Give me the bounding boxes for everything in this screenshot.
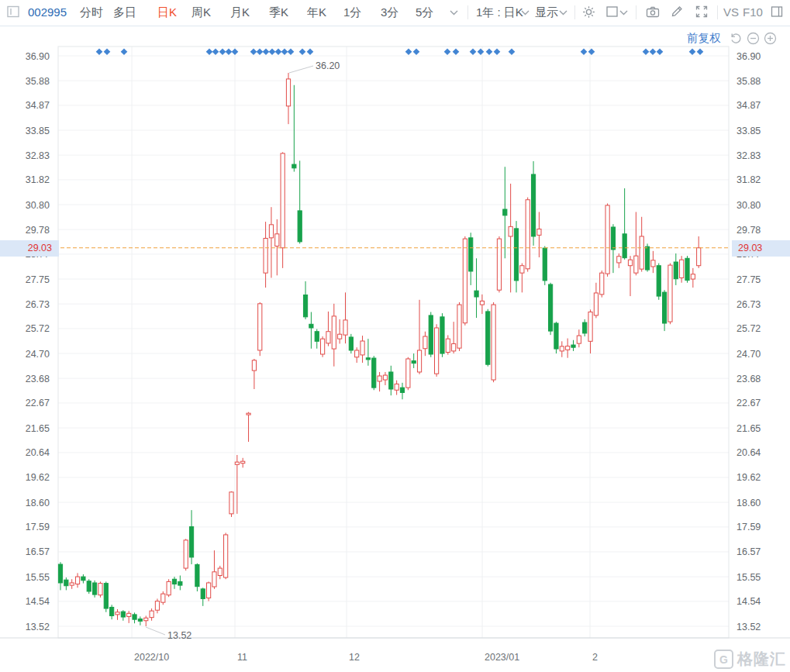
- undo-icon[interactable]: [730, 32, 743, 45]
- candle: [537, 212, 541, 257]
- y-axis-label: 30.80: [26, 200, 50, 211]
- fullscreen-icon[interactable]: [695, 5, 709, 19]
- tab-1min[interactable]: 1分: [343, 5, 361, 20]
- chevron-down-icon[interactable]: [450, 10, 458, 16]
- y-axis-label: 25.72: [737, 323, 761, 334]
- event-marker-icon[interactable]: [509, 49, 516, 56]
- candle: [668, 264, 672, 325]
- candle-body: [178, 581, 182, 585]
- event-marker-icon[interactable]: [281, 49, 288, 56]
- vs-button[interactable]: VS: [723, 5, 739, 19]
- candle: [172, 577, 176, 589]
- tab-daily-k[interactable]: 日K: [157, 5, 177, 20]
- y-axis-label: 19.62: [26, 472, 50, 483]
- f10-button[interactable]: F10: [743, 5, 763, 19]
- candle-body: [58, 564, 62, 583]
- candle-body: [110, 607, 114, 615]
- candle-body: [303, 295, 307, 317]
- event-marker-icon[interactable]: [478, 49, 485, 56]
- event-marker-icon[interactable]: [643, 49, 650, 56]
- y-axis-label: 16.57: [26, 546, 50, 557]
- event-marker-icon[interactable]: [263, 49, 270, 56]
- candle: [685, 256, 689, 283]
- candle-body: [361, 341, 364, 355]
- candle-body: [389, 372, 393, 389]
- candle-body: [680, 260, 684, 277]
- event-marker-icon[interactable]: [212, 49, 219, 56]
- tab-weekly-k[interactable]: 周K: [191, 5, 211, 20]
- sidebar-toggle-icon[interactable]: [6, 5, 20, 19]
- candle-body: [98, 584, 102, 595]
- candle: [218, 566, 222, 579]
- event-marker-icon[interactable]: [121, 49, 128, 56]
- display-menu[interactable]: 显示: [535, 5, 558, 20]
- candle: [395, 381, 398, 395]
- candle: [349, 334, 353, 353]
- candle-body: [133, 615, 136, 619]
- event-marker-icon[interactable]: [250, 49, 257, 56]
- event-marker-icon[interactable]: [96, 49, 103, 56]
- candle-body: [81, 577, 85, 581]
- candle-body: [224, 535, 228, 577]
- event-marker-icon[interactable]: [219, 49, 226, 56]
- chevron-down-icon[interactable]: [559, 10, 567, 16]
- candlestick-chart[interactable]: 36.9036.9035.8835.8834.8734.8733.8533.85…: [0, 0, 790, 672]
- candle-style-icon[interactable]: [605, 5, 619, 19]
- tab-yearly-k[interactable]: 年K: [307, 5, 326, 20]
- candle-body: [75, 577, 79, 584]
- candle: [138, 616, 142, 625]
- tab-monthly-k[interactable]: 月K: [230, 5, 250, 20]
- event-marker-icon[interactable]: [405, 49, 412, 56]
- event-marker-icon[interactable]: [299, 49, 306, 56]
- zoom-out-icon[interactable]: [747, 32, 760, 45]
- tab-3min[interactable]: 3分: [381, 5, 398, 20]
- event-marker-icon[interactable]: [104, 49, 111, 56]
- candle: [497, 236, 501, 292]
- event-marker-icon[interactable]: [697, 49, 704, 56]
- event-marker-icon[interactable]: [657, 49, 664, 56]
- x-axis-label: 2023/01: [485, 652, 519, 663]
- candle-body: [309, 324, 313, 328]
- camera-icon[interactable]: [645, 5, 661, 19]
- tab-minute-chart[interactable]: 分时: [80, 5, 103, 20]
- tab-multi-day[interactable]: 多日: [113, 5, 136, 20]
- forward-adjust-button[interactable]: 前复权: [687, 31, 721, 46]
- event-marker-icon[interactable]: [650, 49, 657, 56]
- range-selector[interactable]: 1年 : 日K: [476, 5, 523, 20]
- chevron-down-icon[interactable]: [521, 10, 530, 16]
- gear-icon[interactable]: [581, 5, 596, 19]
- event-marker-icon[interactable]: [494, 49, 501, 56]
- event-marker-icon[interactable]: [486, 49, 493, 56]
- tab-quarterly-k[interactable]: 季K: [269, 5, 288, 20]
- event-marker-icon[interactable]: [232, 49, 239, 56]
- candle-body: [531, 174, 535, 236]
- pencil-icon[interactable]: [670, 5, 684, 19]
- candle-body: [207, 583, 211, 598]
- event-marker-icon[interactable]: [470, 49, 477, 56]
- event-marker-icon[interactable]: [288, 49, 295, 56]
- event-marker-icon[interactable]: [453, 49, 460, 56]
- event-marker-icon[interactable]: [307, 49, 314, 56]
- zoom-in-icon[interactable]: [764, 32, 777, 45]
- panel-right-icon[interactable]: [770, 5, 784, 19]
- y-axis-label: 14.54: [737, 596, 761, 607]
- event-marker-icon[interactable]: [257, 49, 264, 56]
- candle: [104, 581, 108, 612]
- y-axis-label: 33.85: [737, 126, 761, 136]
- candle: [212, 550, 216, 589]
- event-marker-icon[interactable]: [581, 49, 588, 56]
- candle-body: [417, 350, 421, 372]
- event-marker-icon[interactable]: [269, 49, 276, 56]
- event-marker-icon[interactable]: [226, 49, 233, 56]
- chevron-down-icon[interactable]: [619, 10, 628, 16]
- stock-code[interactable]: 002995: [28, 5, 67, 19]
- event-marker-icon[interactable]: [413, 49, 420, 56]
- event-marker-icon[interactable]: [206, 49, 213, 56]
- event-marker-icon[interactable]: [689, 49, 696, 56]
- event-marker-icon[interactable]: [588, 49, 595, 56]
- tab-5min[interactable]: 5分: [416, 5, 433, 20]
- event-marker-icon[interactable]: [275, 49, 282, 56]
- candle-body: [463, 239, 467, 323]
- event-marker-icon[interactable]: [444, 49, 451, 56]
- watermark-logo: G: [714, 650, 733, 669]
